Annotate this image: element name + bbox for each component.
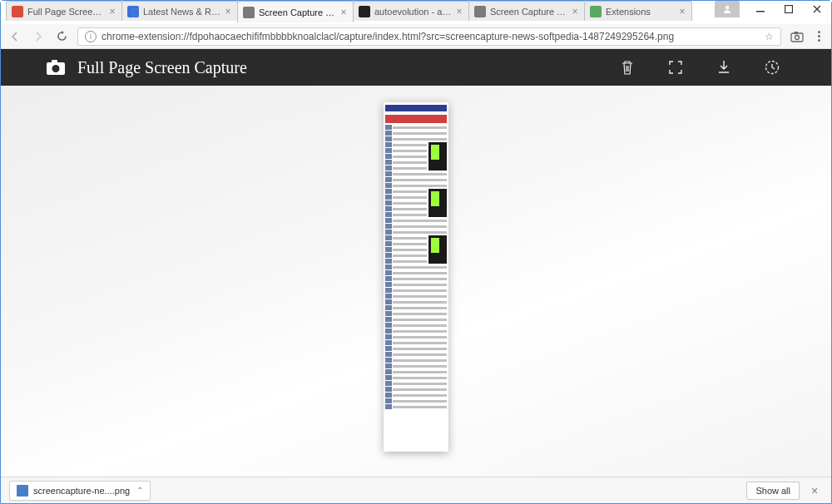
person-icon (722, 4, 732, 14)
tab-4[interactable]: Screen Capture Result × (468, 1, 585, 21)
capture-viewport (1, 86, 831, 477)
watermark-text: SOFTPEDIA (101, 4, 220, 26)
fullscreen-button[interactable] (666, 58, 685, 77)
url-text: chrome-extension://fdpohaocaechififmbbbb… (102, 31, 761, 42)
downloads-bar: screencapture-ne....png ⌃ Show all × (1, 477, 831, 503)
close-downloads-button[interactable]: × (806, 484, 823, 497)
tab-5[interactable]: Extensions × (584, 1, 692, 21)
download-filename: screencapture-ne....png (33, 486, 130, 496)
close-icon[interactable]: × (224, 7, 232, 16)
favicon (243, 7, 255, 18)
close-button[interactable] (803, 1, 831, 17)
camera-logo-icon (46, 59, 66, 76)
svg-rect-8 (52, 60, 57, 64)
site-info-icon[interactable]: i (85, 31, 97, 42)
favicon (590, 6, 602, 17)
download-button[interactable] (715, 58, 733, 77)
browser-menu-button[interactable] (813, 31, 825, 42)
favicon (12, 6, 23, 17)
forward-button[interactable] (31, 29, 46, 44)
close-icon[interactable]: × (571, 7, 579, 16)
bookmark-star-icon[interactable]: ☆ (765, 31, 774, 42)
svg-rect-1 (756, 11, 765, 12)
tab-label: Screen Capture Result (259, 7, 336, 17)
tab-3[interactable]: autoevolution - autom × (353, 1, 469, 21)
close-icon[interactable]: × (339, 8, 348, 17)
close-icon[interactable]: × (678, 7, 686, 16)
svg-rect-5 (795, 32, 798, 34)
browser-window: Full Page Screen Captu × Latest News & R… (0, 0, 832, 504)
svg-point-4 (795, 35, 800, 39)
svg-point-0 (726, 6, 729, 9)
back-button[interactable] (7, 29, 22, 44)
omnibox[interactable]: i chrome-extension://fdpohaocaechififmbb… (77, 27, 781, 46)
maximize-button[interactable] (775, 1, 803, 17)
app-title: Full Page Screen Capture (77, 58, 247, 77)
profile-button[interactable] (715, 1, 740, 17)
file-icon (17, 485, 28, 497)
tab-label: Screen Capture Result (490, 7, 567, 17)
show-all-button[interactable]: Show all (746, 482, 800, 500)
delete-button[interactable] (618, 58, 636, 77)
chevron-up-icon[interactable]: ⌃ (136, 486, 143, 495)
favicon (359, 6, 370, 17)
favicon (474, 6, 486, 17)
svg-rect-2 (785, 6, 793, 13)
window-controls (746, 1, 831, 17)
extension-camera-icon[interactable] (790, 29, 805, 44)
tab-label: Full Page Screen Captu (27, 7, 105, 17)
tab-label: autoevolution - autom (374, 7, 452, 17)
minimize-button[interactable] (746, 1, 775, 17)
address-bar: i chrome-extension://fdpohaocaechififmbb… (1, 24, 831, 49)
close-icon[interactable]: × (455, 7, 463, 16)
extension-header: Full Page Screen Capture SOFTPEDIA (1, 49, 831, 86)
svg-point-7 (52, 65, 60, 72)
svg-rect-3 (791, 33, 803, 42)
captured-page-thumbnail[interactable] (384, 102, 448, 452)
history-button[interactable] (763, 58, 781, 77)
reload-button[interactable] (54, 29, 69, 44)
header-actions (618, 58, 781, 77)
download-item[interactable]: screencapture-ne....png ⌃ (9, 481, 151, 501)
tab-label: Extensions (606, 7, 675, 17)
tab-2-active[interactable]: Screen Capture Result × (237, 1, 354, 22)
